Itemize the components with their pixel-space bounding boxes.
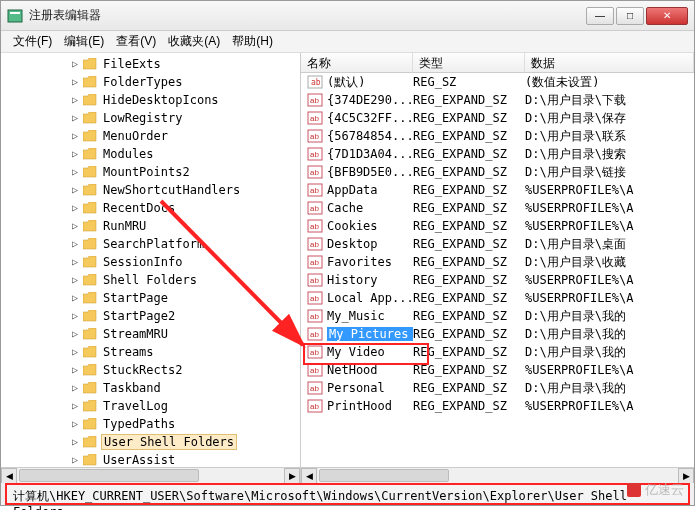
value-row[interactable]: ab{374DE290...REG_EXPAND_SZD:\用户目录\下载	[301, 91, 694, 109]
value-row[interactable]: abCookiesREG_EXPAND_SZ%USERPROFILE%\A	[301, 217, 694, 235]
expand-icon[interactable]: ▷	[69, 346, 81, 358]
value-row[interactable]: ab{7D1D3A04...REG_EXPAND_SZD:\用户目录\搜索	[301, 145, 694, 163]
value-type: REG_EXPAND_SZ	[413, 291, 525, 305]
value-name: (默认)	[327, 74, 413, 91]
menu-file[interactable]: 文件(F)	[7, 33, 58, 50]
tree-item[interactable]: ▷SearchPlatform	[1, 235, 300, 253]
tree-label: RunMRU	[101, 219, 148, 233]
scroll-left-icon[interactable]: ◀	[1, 468, 17, 483]
tree-item[interactable]: ▷SessionInfo	[1, 253, 300, 271]
menu-favorites[interactable]: 收藏夹(A)	[162, 33, 226, 50]
expand-icon[interactable]: ▷	[69, 310, 81, 322]
tree-item[interactable]: ▷StreamMRU	[1, 325, 300, 343]
value-row[interactable]: abPersonalREG_EXPAND_SZD:\用户目录\我的	[301, 379, 694, 397]
tree-item[interactable]: ▷Taskband	[1, 379, 300, 397]
value-row[interactable]: abMy_MusicREG_EXPAND_SZD:\用户目录\我的	[301, 307, 694, 325]
value-row[interactable]: abNetHoodREG_EXPAND_SZ%USERPROFILE%\A	[301, 361, 694, 379]
expand-icon[interactable]: ▷	[69, 220, 81, 232]
expand-icon[interactable]: ▷	[69, 58, 81, 70]
expand-icon[interactable]: ▷	[69, 148, 81, 160]
tree-item[interactable]: ▷RecentDocs	[1, 199, 300, 217]
value-row[interactable]: abPrintHoodREG_EXPAND_SZ%USERPROFILE%\A	[301, 397, 694, 415]
app-icon	[7, 8, 23, 24]
tree-item[interactable]: ▷MenuOrder	[1, 127, 300, 145]
col-name[interactable]: 名称	[301, 53, 413, 72]
value-row[interactable]: abMy PicturesREG_EXPAND_SZD:\用户目录\我的	[301, 325, 694, 343]
expand-icon[interactable]: ▷	[69, 130, 81, 142]
maximize-button[interactable]: □	[616, 7, 644, 25]
scroll-thumb[interactable]	[319, 469, 449, 482]
tree-item[interactable]: ▷FolderTypes	[1, 73, 300, 91]
tree-item[interactable]: ▷User Shell Folders	[1, 433, 300, 451]
expand-icon[interactable]: ▷	[69, 328, 81, 340]
tree-body[interactable]: ▷FileExts▷FolderTypes▷HideDesktopIcons▷L…	[1, 53, 300, 467]
value-row[interactable]: abFavoritesREG_EXPAND_SZD:\用户目录\收藏	[301, 253, 694, 271]
tree-item[interactable]: ▷TravelLog	[1, 397, 300, 415]
titlebar[interactable]: 注册表编辑器 — □ ✕	[1, 1, 694, 31]
tree-label: LowRegistry	[101, 111, 184, 125]
expand-icon[interactable]: ▷	[69, 112, 81, 124]
tree-item[interactable]: ▷TypedPaths	[1, 415, 300, 433]
tree-item[interactable]: ▷UserAssist	[1, 451, 300, 467]
value-row[interactable]: abAppDataREG_EXPAND_SZ%USERPROFILE%\A	[301, 181, 694, 199]
expand-icon[interactable]: ▷	[69, 292, 81, 304]
value-row[interactable]: abHistoryREG_EXPAND_SZ%USERPROFILE%\A	[301, 271, 694, 289]
col-data[interactable]: 数据	[525, 53, 694, 72]
tree-item[interactable]: ▷StuckRects2	[1, 361, 300, 379]
expand-icon[interactable]: ▷	[69, 94, 81, 106]
scroll-right-icon[interactable]: ▶	[284, 468, 300, 483]
svg-rect-1	[10, 12, 20, 14]
tree-item[interactable]: ▷NewShortcutHandlers	[1, 181, 300, 199]
svg-text:ab: ab	[310, 222, 319, 231]
expand-icon[interactable]: ▷	[69, 166, 81, 178]
expand-icon[interactable]: ▷	[69, 76, 81, 88]
expand-icon[interactable]: ▷	[69, 382, 81, 394]
value-type: REG_EXPAND_SZ	[413, 363, 525, 377]
tree-hscroll[interactable]: ◀ ▶	[1, 467, 300, 483]
scroll-thumb[interactable]	[19, 469, 199, 482]
expand-icon[interactable]: ▷	[69, 454, 81, 466]
tree-label: SessionInfo	[101, 255, 184, 269]
menu-help[interactable]: 帮助(H)	[226, 33, 279, 50]
expand-icon[interactable]: ▷	[69, 274, 81, 286]
expand-icon[interactable]: ▷	[69, 364, 81, 376]
tree-item[interactable]: ▷HideDesktopIcons	[1, 91, 300, 109]
tree-item[interactable]: ▷LowRegistry	[1, 109, 300, 127]
tree-item[interactable]: ▷MountPoints2	[1, 163, 300, 181]
menu-edit[interactable]: 编辑(E)	[58, 33, 110, 50]
value-row[interactable]: abLocal App...REG_EXPAND_SZ%USERPROFILE%…	[301, 289, 694, 307]
expand-icon[interactable]: ▷	[69, 238, 81, 250]
value-data: D:\用户目录\我的	[525, 326, 694, 343]
tree-item[interactable]: ▷FileExts	[1, 55, 300, 73]
expand-icon[interactable]: ▷	[69, 202, 81, 214]
expand-icon[interactable]: ▷	[69, 256, 81, 268]
tree-label: FileExts	[101, 57, 163, 71]
scroll-left-icon[interactable]: ◀	[301, 468, 317, 483]
tree-item[interactable]: ▷StartPage	[1, 289, 300, 307]
tree-item[interactable]: ▷Modules	[1, 145, 300, 163]
value-row[interactable]: abCacheREG_EXPAND_SZ%USERPROFILE%\A	[301, 199, 694, 217]
expand-icon[interactable]: ▷	[69, 418, 81, 430]
menu-view[interactable]: 查看(V)	[110, 33, 162, 50]
value-type: REG_EXPAND_SZ	[413, 201, 525, 215]
tree-item[interactable]: ▷RunMRU	[1, 217, 300, 235]
tree-item[interactable]: ▷Streams	[1, 343, 300, 361]
tree-item[interactable]: ▷StartPage2	[1, 307, 300, 325]
value-row[interactable]: ab{4C5C32FF...REG_EXPAND_SZD:\用户目录\保存	[301, 109, 694, 127]
tree-label: MountPoints2	[101, 165, 192, 179]
values-body[interactable]: ab(默认)REG_SZ(数值未设置)ab{374DE290...REG_EXP…	[301, 73, 694, 467]
values-header: 名称 类型 数据	[301, 53, 694, 73]
expand-icon[interactable]: ▷	[69, 436, 81, 448]
value-data: D:\用户目录\我的	[525, 380, 694, 397]
close-button[interactable]: ✕	[646, 7, 688, 25]
minimize-button[interactable]: —	[586, 7, 614, 25]
tree-item[interactable]: ▷Shell Folders	[1, 271, 300, 289]
value-row[interactable]: ab{56784854...REG_EXPAND_SZD:\用户目录\联系	[301, 127, 694, 145]
expand-icon[interactable]: ▷	[69, 184, 81, 196]
value-row[interactable]: ab{BFB9D5E0...REG_EXPAND_SZD:\用户目录\链接	[301, 163, 694, 181]
value-row[interactable]: abMy VideoREG_EXPAND_SZD:\用户目录\我的	[301, 343, 694, 361]
value-row[interactable]: abDesktopREG_EXPAND_SZD:\用户目录\桌面	[301, 235, 694, 253]
col-type[interactable]: 类型	[413, 53, 525, 72]
expand-icon[interactable]: ▷	[69, 400, 81, 412]
value-row[interactable]: ab(默认)REG_SZ(数值未设置)	[301, 73, 694, 91]
